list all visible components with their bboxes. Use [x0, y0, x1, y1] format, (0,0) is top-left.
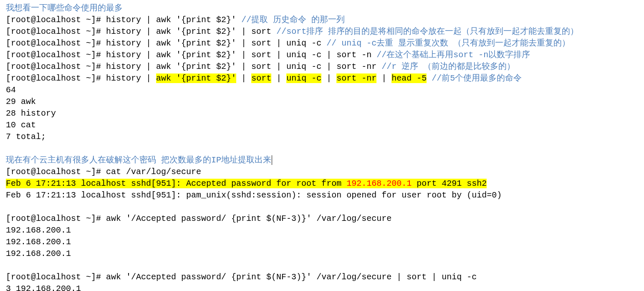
prompt: [root@localhost ~]#: [6, 15, 106, 25]
output-ip: 192.168.200.1: [6, 225, 638, 236]
prompt: [root@localhost ~]#: [6, 214, 106, 223]
output-row: 29 awk: [6, 96, 638, 108]
log-text-a: Feb 6 17:21:13 localhost sshd[951]: Acce…: [6, 179, 346, 188]
cmd-line-3: [root@localhost ~]# history | awk '{prin…: [6, 38, 638, 49]
cmd: history | awk '{print $2}' | sort: [106, 27, 271, 36]
gap: [271, 27, 276, 36]
cmd-line-cat: [root@localhost ~]# cat /var/log/secure: [6, 166, 638, 178]
heading-1: 我想看一下哪些命令使用的最多: [6, 3, 638, 14]
text-cursor: [271, 155, 272, 165]
pipe: |: [271, 73, 286, 83]
log-line-1: Feb 6 17:21:13 localhost sshd[951]: Acce…: [6, 178, 638, 190]
cmd: awk '/Accepted password/ {print $(NF-3)}…: [106, 214, 391, 223]
heading-2: 现在有个云主机有很多人在破解这个密码 把次数最多的IP地址提取出来: [6, 154, 638, 166]
prompt: [root@localhost ~]#: [6, 27, 106, 36]
cmd: cat /var/log/secure: [106, 167, 201, 177]
cmd-line-6: [root@localhost ~]# history | awk '{prin…: [6, 73, 638, 84]
hl-awk: awk '{print $2}': [156, 73, 236, 83]
hl-sort: sort: [251, 73, 271, 83]
cmd: history | awk '{print $2}' | sort | uniq…: [106, 38, 321, 48]
blank-line: [6, 143, 11, 151]
comment: //在这个基础上再用sort -n以数字排序: [376, 50, 530, 60]
comment: //r 逆序 （前边的都是比较多的）: [381, 62, 515, 71]
cmd-line-2: [root@localhost ~]# history | awk '{prin…: [6, 26, 638, 38]
prompt: [root@localhost ~]#: [6, 272, 106, 282]
prompt: [root@localhost ~]#: [6, 62, 106, 71]
blank-line: [6, 201, 11, 210]
log-line-2: Feb 6 17:21:13 localhost sshd[951]: pam_…: [6, 190, 638, 201]
hl-head: head -5: [391, 73, 427, 83]
output-uniq: 3 192.168.200.1: [6, 283, 638, 291]
prompt: [root@localhost ~]#: [6, 167, 106, 177]
output-row: 7 total;: [6, 131, 638, 143]
cmd-line-5: [root@localhost ~]# history | awk '{prin…: [6, 61, 638, 73]
pipe: |: [376, 73, 391, 83]
cmd-line-awk2: [root@localhost ~]# awk '/Accepted passw…: [6, 271, 638, 283]
prompt: [root@localhost ~]#: [6, 73, 106, 83]
gap: [236, 15, 241, 25]
hl-uniq: uniq -c: [286, 73, 321, 83]
output-ip: 192.168.200.1: [6, 236, 638, 248]
log-ip: 192.168.200.1: [346, 179, 412, 188]
gap: [376, 62, 381, 71]
output-row: 64: [6, 84, 638, 96]
gap: [321, 38, 326, 48]
cmd-line-4: [root@localhost ~]# history | awk '{prin…: [6, 49, 638, 61]
cmd-prefix: history |: [106, 73, 156, 83]
blank-line: [6, 260, 11, 268]
output-ip: 192.168.200.1: [6, 248, 638, 260]
pipe: |: [321, 73, 336, 83]
pipe: |: [236, 73, 251, 83]
cmd: history | awk '{print $2}': [106, 15, 236, 25]
comment: //提取 历史命令 的那一列: [241, 15, 345, 25]
hl-sort-nr: sort -nr: [336, 73, 376, 83]
comment: // uniq -c去重 显示重复次数 （只有放到一起才能去重复的）: [326, 38, 570, 48]
prompt: [root@localhost ~]#: [6, 50, 106, 60]
heading-2-text: 现在有个云主机有很多人在破解这个密码 把次数最多的IP地址提取出来: [6, 155, 271, 165]
cmd-line-1: [root@localhost ~]# history | awk '{prin…: [6, 14, 638, 26]
log-text-b: port 4291 ssh2: [412, 179, 487, 188]
prompt: [root@localhost ~]#: [6, 38, 106, 48]
cmd: history | awk '{print $2}' | sort | uniq…: [106, 62, 376, 71]
cmd: awk '/Accepted password/ {print $(NF-3)}…: [106, 272, 477, 282]
gap: [427, 73, 432, 83]
cmd-line-awk1: [root@localhost ~]# awk '/Accepted passw…: [6, 213, 638, 225]
output-row: 28 history: [6, 108, 638, 119]
comment: //sort排序 排序的目的是将相同的命令放在一起（只有放到一起才能去重复的）: [276, 27, 578, 36]
cmd: history | awk '{print $2}' | sort | uniq…: [106, 50, 371, 60]
comment: //前5个使用最多的命令: [432, 73, 522, 83]
log-accepted: Feb 6 17:21:13 localhost sshd[951]: Acce…: [6, 179, 487, 188]
output-row: 10 cat: [6, 119, 638, 131]
gap: [371, 50, 376, 60]
